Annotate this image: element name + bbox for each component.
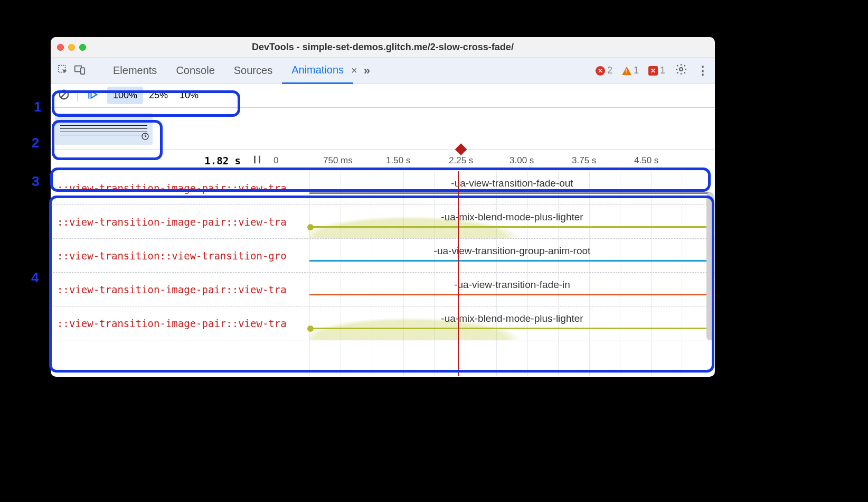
callout-4-label: 4 [31, 269, 39, 286]
track-row[interactable]: ::view-transition-image-pair::view-tra -… [51, 205, 715, 239]
track-bar[interactable] [309, 260, 711, 262]
tick-225: 2.25 s [449, 155, 473, 166]
minimize-icon[interactable] [68, 44, 75, 51]
timeline-header[interactable]: 1.82 s 0 750 ms 1.50 s 2.25 s 3.00 s 3.7… [51, 150, 715, 171]
tick-375: 3.75 s [572, 155, 596, 166]
maximize-icon[interactable] [79, 44, 86, 51]
current-time-label: 1.82 s [51, 155, 251, 166]
timeline-ruler[interactable]: 0 750 ms 1.50 s 2.25 s 3.00 s 3.75 s 4.5… [273, 150, 715, 171]
warnings-count[interactable]: 1 [622, 65, 639, 76]
tab-elements[interactable]: Elements [103, 60, 166, 81]
traffic-lights [57, 44, 86, 51]
title-bar: DevTools - simple-set-demos.glitch.me/2-… [51, 37, 715, 58]
track-selector: ::view-transition-image-pair::view-tra [51, 306, 309, 340]
track-row[interactable]: ::view-transition::view-transition-gro -… [51, 239, 715, 273]
playhead-line [458, 171, 459, 376]
inspect-icon[interactable] [57, 64, 69, 78]
speed-25[interactable]: 25% [143, 87, 174, 104]
errors-count[interactable]: ✕2 [596, 65, 612, 76]
track-row[interactable]: ::view-transition-image-pair::view-tra -… [51, 306, 715, 340]
blocked-count[interactable]: ✕1 [648, 65, 665, 76]
track-row[interactable]: ::view-transition-image-pair::view-tra -… [51, 273, 715, 306]
tick-450: 4.50 s [634, 155, 658, 166]
close-icon[interactable] [57, 44, 64, 51]
callout-1-label: 1 [34, 99, 41, 115]
callout-2-label: 2 [32, 135, 39, 151]
track-row[interactable]: ::view-transition-image-pair::view-tra -… [51, 171, 715, 205]
clear-button[interactable] [55, 87, 73, 105]
track-bar[interactable] [309, 328, 711, 329]
tick-300: 3.00 s [510, 155, 534, 166]
pause-icon[interactable] [251, 154, 263, 168]
device-toggle-icon[interactable] [74, 64, 86, 78]
tick-0: 0 [273, 155, 278, 166]
tab-sources[interactable]: Sources [224, 60, 282, 81]
tab-close-icon[interactable]: × [348, 64, 361, 77]
svg-rect-2 [81, 68, 84, 74]
keyframe-dot[interactable] [307, 224, 314, 230]
animation-tracks: ::view-transition-image-pair::view-tra -… [51, 171, 715, 376]
track-selector: ::view-transition-image-pair::view-tra [51, 205, 309, 238]
callout-3-label: 3 [32, 173, 39, 190]
svg-line-5 [61, 91, 68, 98]
speed-100[interactable]: 100% [107, 87, 143, 104]
tick-150: 1.50 s [386, 155, 410, 166]
keyframe-dot[interactable] [307, 326, 314, 332]
speed-10[interactable]: 10% [174, 87, 204, 104]
track-selector: ::view-transition::view-transition-gro [51, 239, 309, 272]
svg-marker-7 [91, 91, 97, 98]
tab-animations[interactable]: Animations [282, 58, 353, 84]
track-bar[interactable] [309, 294, 711, 295]
tab-console[interactable]: Console [166, 60, 224, 81]
track-bar[interactable] [309, 192, 711, 194]
tick-750: 750 ms [323, 155, 353, 166]
devtools-window: DevTools - simple-set-demos.glitch.me/2-… [51, 37, 715, 377]
play-pause-button[interactable] [82, 88, 103, 103]
kebab-menu-icon[interactable]: ⋮ [697, 64, 709, 78]
track-anim-name: -ua-view-transition-fade-out [309, 178, 715, 189]
animation-controls: 100% 25% 10% [51, 83, 715, 108]
track-anim-name: -ua-mix-blend-mode-plus-lighter [309, 211, 715, 223]
tab-bar: Elements Console Sources Animations × » … [51, 58, 715, 83]
animation-groups-row [51, 108, 715, 150]
window-title: DevTools - simple-set-demos.glitch.me/2-… [51, 42, 715, 53]
clock-icon [141, 132, 149, 143]
tabs-overflow-icon[interactable]: » [361, 64, 373, 78]
animation-group-thumb[interactable] [55, 113, 153, 145]
track-anim-name: -ua-view-transition-group-anim-root [309, 245, 715, 257]
tab-list: Elements Console Sources Animations × » [103, 58, 373, 84]
scrollbar[interactable] [706, 171, 714, 376]
track-anim-name: -ua-view-transition-fade-in [309, 279, 715, 291]
track-bar[interactable] [309, 226, 711, 228]
svg-point-3 [680, 68, 683, 71]
track-selector: ::view-transition-image-pair::view-tra [51, 171, 309, 204]
track-anim-name: -ua-mix-blend-mode-plus-lighter [309, 313, 715, 324]
settings-gear-icon[interactable] [675, 63, 687, 79]
speed-selector: 100% 25% 10% [107, 87, 204, 104]
track-selector: ::view-transition-image-pair::view-tra [51, 273, 309, 306]
